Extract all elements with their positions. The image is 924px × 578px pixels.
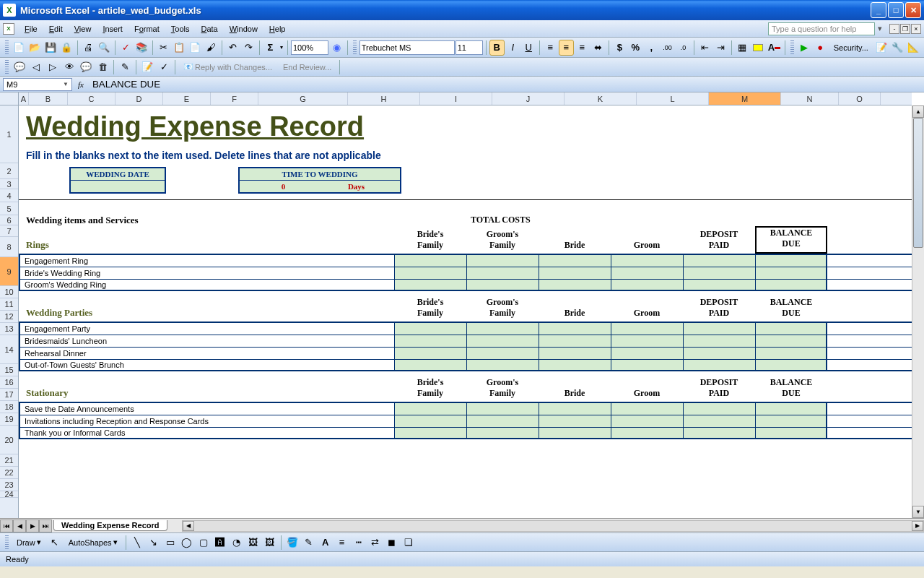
row-header-3[interactable]: 3 [0,179,18,189]
line-style-button[interactable]: ≡ [334,535,350,551]
autosum-button[interactable]: Σ [263,40,278,56]
row-header-24[interactable]: 24 [0,491,18,498]
align-center-button[interactable]: ≡ [559,40,574,56]
track-changes-button[interactable]: 📝 [139,59,155,75]
toolbar-grip[interactable] [5,40,9,55]
tab-first-button[interactable]: ⏮ [0,519,13,532]
mdi-minimize-button[interactable]: - [889,24,899,34]
value-cell[interactable] [394,428,466,438]
value-cell[interactable] [539,348,611,359]
value-cell[interactable] [755,335,827,347]
fill-color-draw-button[interactable]: 🪣 [284,535,300,551]
scroll-thumb[interactable] [913,118,923,248]
mdi-restore-button[interactable]: ❐ [900,24,910,34]
value-cell[interactable] [755,267,827,279]
row-header-19[interactable]: 19 [0,413,18,426]
col-header-H[interactable]: H [348,92,420,105]
font-name-combo[interactable] [359,40,455,55]
end-review-button[interactable]: End Review... [278,59,336,75]
scroll-up-button[interactable]: ▲ [912,105,924,118]
borders-button[interactable]: ▦ [735,40,750,56]
col-header-A[interactable]: A [19,92,29,105]
value-cell[interactable] [539,403,611,415]
line-color-button[interactable]: ✎ [301,535,317,551]
row-header-5[interactable]: 5 [0,202,18,215]
value-cell[interactable] [394,415,466,427]
value-cell[interactable] [466,403,539,415]
row-header-9[interactable]: 9 [0,257,18,286]
col-header-I[interactable]: I [420,92,492,105]
col-header-B[interactable]: B [29,92,68,105]
value-cell[interactable] [394,267,466,279]
open-button[interactable]: 📂 [27,40,43,56]
value-cell[interactable] [466,280,539,290]
font-color-button[interactable]: A [767,40,782,56]
value-cell[interactable] [466,360,539,370]
menu-data[interactable]: Data [195,22,223,35]
tab-next-button[interactable]: ▶ [26,519,39,532]
col-header-C[interactable]: C [68,92,116,105]
value-cell[interactable] [755,360,827,370]
toolbar-grip-draw[interactable] [5,535,9,550]
decrease-decimal-button[interactable]: .0 [676,40,691,56]
show-all-comments-button[interactable]: 💬 [78,59,94,75]
value-cell[interactable] [539,323,611,335]
value-cell[interactable] [611,415,683,427]
value-cell[interactable] [539,267,611,279]
vb-editor-button[interactable]: 📝 [874,40,889,56]
row-header-16[interactable]: 16 [0,376,18,389]
column-headers[interactable]: ABCDEFGHIJKLMNO [19,92,912,105]
cut-button[interactable]: ✂ [156,40,171,56]
help-search-input[interactable] [768,22,875,35]
copy-button[interactable]: 📋 [172,40,187,56]
oval-button[interactable]: ◯ [179,535,195,551]
name-box[interactable]: M9▼ [3,78,72,91]
row-headers[interactable]: 123456789101112131415161718192021222324 [0,105,19,518]
record-macro-button[interactable]: ● [813,40,828,56]
design-mode-button[interactable]: 📐 [906,40,921,56]
value-cell[interactable] [466,267,539,279]
autoshapes-button[interactable]: AutoShapes ▾ [64,535,123,551]
clipart-button[interactable]: 🖼 [245,535,261,551]
menu-file[interactable]: File [19,22,43,35]
value-cell[interactable] [611,428,683,438]
currency-button[interactable]: $ [612,40,627,56]
picture-button[interactable]: 🖼 [262,535,278,551]
spelling-button[interactable]: ✓ [118,40,134,56]
col-header-O[interactable]: O [839,92,881,105]
value-cell[interactable] [683,415,755,427]
toolbar-grip-review[interactable] [5,60,9,74]
redo-button[interactable]: ↷ [241,40,256,56]
value-cell[interactable] [611,403,683,415]
arrow-style-button[interactable]: ⇄ [367,535,383,551]
minimize-button[interactable]: _ [871,2,886,18]
value-cell[interactable] [611,323,683,335]
format-painter-button[interactable]: 🖌 [204,40,219,56]
value-cell[interactable] [755,323,827,335]
scroll-down-button[interactable]: ▼ [912,506,924,518]
horizontal-scrollbar[interactable]: ◀ ▶ [182,520,925,532]
research-button[interactable]: 📚 [134,40,149,56]
row-header-14[interactable]: 14 [0,335,18,364]
select-all-corner[interactable] [0,92,19,105]
diagram-button[interactable]: ◔ [229,535,245,551]
formula-bar[interactable] [90,78,921,91]
value-cell[interactable] [466,428,539,438]
row-header-20[interactable]: 20 [0,426,18,454]
grid-content[interactable]: Wedding Expense Record Fill in the blank… [19,105,912,518]
align-right-button[interactable]: ≡ [575,40,590,56]
col-header-N[interactable]: N [781,92,839,105]
draw-menu-button[interactable]: Draw ▾ [12,535,46,551]
close-button[interactable]: ✕ [905,2,921,18]
value-cell[interactable] [394,360,466,370]
maximize-button[interactable]: □ [888,2,904,18]
value-cell[interactable] [539,255,611,267]
value-cell[interactable] [611,280,683,290]
shadow-button[interactable]: ◼ [384,535,400,551]
menu-window[interactable]: Window [224,22,263,35]
value-cell[interactable] [755,403,827,415]
help-button[interactable]: ◉ [329,40,344,56]
sheet-tab-active[interactable]: Wedding Expense Record [53,520,167,531]
value-cell[interactable] [755,348,827,359]
new-comment-button[interactable]: 💬 [12,59,27,75]
